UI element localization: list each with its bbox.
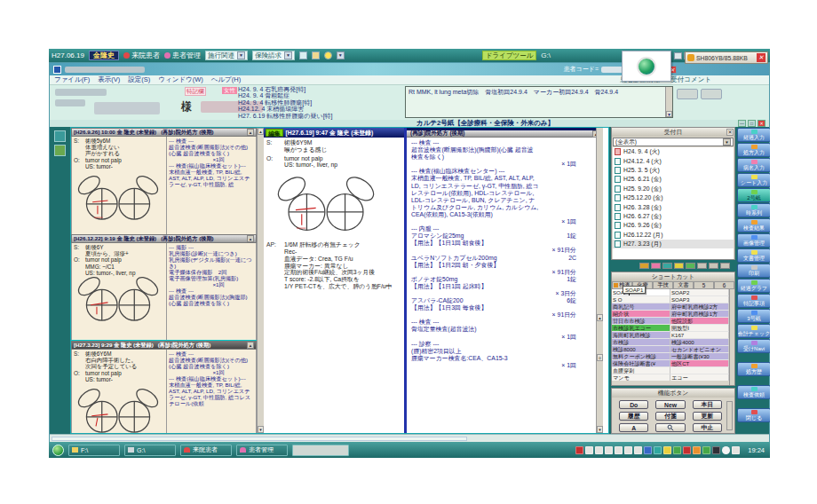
sidebar-button[interactable]: 経過入力: [737, 128, 770, 142]
folder-icon[interactable]: [312, 51, 320, 59]
scroll-thumb[interactable]: o: [597, 354, 603, 361]
tab-bunsho[interactable]: 文書: [673, 281, 694, 289]
taskbar-button-f-drive[interactable]: F:\: [68, 445, 120, 456]
scroll-up-icon[interactable]: ▲: [247, 342, 254, 349]
tray-icon[interactable]: [722, 446, 730, 454]
sidebar-button[interactable]: 経過グラフ: [737, 279, 770, 293]
shortcut-cell[interactable]: 市検診乳エコー: [612, 325, 670, 332]
reception-date-item[interactable]: H24. 9. 4 (火): [613, 147, 734, 156]
globe-window[interactable]: [622, 51, 671, 82]
shortcut-cell[interactable]: 市検診: [612, 339, 670, 346]
tab-5[interactable]: 5: [694, 281, 714, 289]
shortcut-cell[interactable]: [670, 367, 729, 374]
reception-date-item[interactable]: H27. 3.23 (月): [613, 240, 734, 248]
shortcut-cell[interactable]: 紹介状: [612, 311, 670, 318]
sidebar-button[interactable]: 会計チェック: [737, 324, 770, 338]
tray-icon[interactable]: [654, 446, 662, 454]
orders-list[interactable]: --- 検査 --- 超音波検査(断層撮影法)(胸腹部)(心臓 超音波検査を除く…: [407, 138, 603, 371]
sidebar-button[interactable]: 検査依頼: [737, 385, 770, 399]
minimize-icon[interactable]: —: [738, 120, 746, 127]
tray-icon[interactable]: [732, 446, 740, 454]
sidebar-button[interactable]: 2号紙: [737, 188, 770, 202]
palette-button[interactable]: [639, 263, 649, 269]
function-scrollbar[interactable]: [726, 401, 733, 430]
tray-icon[interactable]: [634, 446, 642, 454]
refresh-button[interactable]: 更新: [693, 412, 722, 421]
menu-item[interactable]: 表示(V): [98, 75, 120, 84]
orders-scrollbar[interactable]: ▲ o ▼: [596, 128, 603, 433]
reception-date-item[interactable]: H26. 3.28 (金): [613, 202, 734, 211]
palette-button[interactable]: [686, 263, 695, 269]
today-button[interactable]: 本日: [693, 400, 722, 409]
tray-icon[interactable]: [615, 446, 623, 454]
orders-header[interactable]: (再診)院外処方 (後期) ▲: [407, 128, 603, 138]
reception-date-item[interactable]: H26. 6.27 (金): [613, 212, 734, 221]
menu-item[interactable]: ヘルプ(H): [211, 75, 241, 84]
tab-visiting-patients[interactable]: 来院患者: [123, 51, 160, 60]
search-function-button[interactable]: [655, 423, 685, 432]
tray-icon[interactable]: [712, 446, 720, 454]
shortcut-cell[interactable]: エコー: [670, 374, 729, 381]
sidebar-button[interactable]: 検査結果: [737, 218, 770, 232]
shortcut-cell[interactable]: 府中町乳癌検診1方: [670, 311, 729, 318]
shortcut-cell[interactable]: SOAP3: [670, 296, 729, 303]
current-record-header[interactable]: 編集 [H27.6.19] 9:47 金 隆史 (未登録): [264, 128, 404, 138]
history-scrollbar[interactable]: ▲ ▼: [257, 128, 264, 433]
shortcut-cell[interactable]: セカンドオピニオン: [670, 346, 729, 353]
shortcut-scrollbar[interactable]: [729, 289, 734, 385]
shortcut-cell[interactable]: 血腫穿刺: [612, 367, 670, 374]
reception-date-item[interactable]: H25. 6.21 (金): [613, 175, 734, 184]
start-button[interactable]: [52, 445, 64, 456]
file-transfer-window[interactable]: SH806YB/85.88KB ✕: [685, 51, 768, 64]
close-icon[interactable]: ✕: [758, 120, 765, 127]
tab-patient-management[interactable]: 患者管理: [164, 51, 201, 60]
record-header[interactable]: [H26.12.22] 9:19 金 隆史 (未登録) (再診)院外処方 (後期…: [71, 234, 257, 243]
tab-6[interactable]: 6: [714, 281, 734, 289]
taskbar-button-visiting-patients[interactable]: 来院患者: [180, 445, 232, 456]
shortcut-cell[interactable]: K167: [670, 332, 729, 339]
reception-date-item[interactable]: H26.12.22 (月): [613, 231, 734, 240]
blurred-button[interactable]: [701, 89, 722, 99]
patient-comment-box[interactable]: Rt MMK, lt lung meta切除 骨塩初回24.9.4 マーカー初回…: [405, 86, 673, 118]
tray-icon[interactable]: [663, 446, 671, 454]
scroll-down-icon[interactable]: ▼: [258, 426, 264, 433]
shortcut-cell[interactable]: 他院読影: [670, 318, 729, 325]
sidebar-button[interactable]: 受けNavi: [737, 339, 770, 353]
sidebar-button[interactable]: 3号紙: [737, 309, 770, 323]
scroll-down-icon[interactable]: ▼: [666, 111, 672, 117]
dropdown-insurance-claim[interactable]: 保険請求▼: [252, 51, 295, 60]
shortcut-cell[interactable]: S O: [612, 296, 670, 303]
sidebar-button[interactable]: 文書管理: [737, 248, 770, 263]
shortcut-cell[interactable]: マンモ: [612, 374, 670, 381]
reception-date-item[interactable]: H26. 9.26 (金): [613, 221, 734, 230]
close-icon[interactable]: ✕: [726, 129, 734, 136]
sidebar-button[interactable]: 時系列: [737, 203, 770, 217]
window-icon[interactable]: [299, 51, 307, 59]
palette-button[interactable]: [709, 263, 718, 269]
tab-shugi[interactable]: 手技: [653, 281, 673, 289]
shortcut-cell[interactable]: 保険会社診断書(¥: [612, 360, 670, 367]
scrollbar[interactable]: ▼: [665, 87, 672, 117]
new-button[interactable]: New: [655, 400, 685, 409]
reception-date-item[interactable]: H24.12. 4 (火): [613, 156, 734, 165]
history-button[interactable]: 履歴: [619, 412, 648, 421]
close-icon[interactable]: ✕: [757, 53, 765, 62]
scroll-up-icon[interactable]: ▲: [258, 128, 264, 135]
shortcut-cell[interactable]: 海田町乳癌検診: [612, 332, 670, 339]
edit-mode-badge[interactable]: 編集: [266, 129, 283, 137]
reception-date-item[interactable]: H25.12.20 (金): [613, 193, 734, 202]
menu-item[interactable]: ファイル(F): [54, 75, 90, 84]
scroll-up-icon[interactable]: ▲: [597, 314, 603, 321]
a-button[interactable]: A: [619, 423, 648, 432]
record-header[interactable]: [H26.9.26] 10:00 金 隆史 (未登録) (再診)院外処方 (後期…: [71, 128, 257, 137]
shortcut-cell[interactable]: 開放型Ⅰ: [670, 325, 729, 332]
current-record-body[interactable]: S:術後6Y9M 喉がつまる感じ O:tumor not palp US: tu…: [264, 138, 404, 294]
palette-button[interactable]: [720, 263, 730, 269]
sidebar-button[interactable]: 画像管理: [737, 233, 770, 248]
sidebar-button[interactable]: 印刷: [737, 264, 770, 278]
menu-item[interactable]: 設定(S): [128, 75, 150, 84]
palette-button[interactable]: [697, 263, 707, 269]
tray-icon[interactable]: [585, 446, 593, 454]
shortcut-cell[interactable]: 無料クーポン検診: [612, 353, 670, 360]
reception-comment-link[interactable]: 受付コメント: [670, 75, 711, 84]
